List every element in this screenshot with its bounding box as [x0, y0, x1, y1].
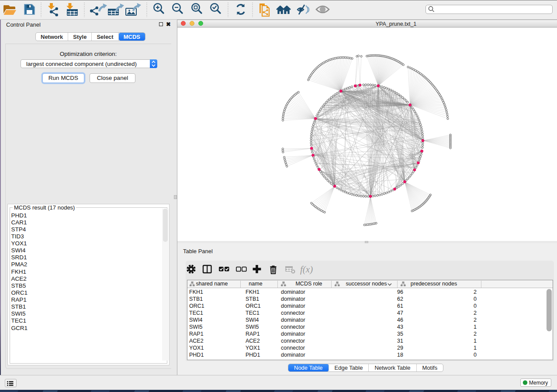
svg-text:Memory: Memory: [529, 380, 548, 386]
svg-text:f(x): f(x): [300, 264, 313, 275]
